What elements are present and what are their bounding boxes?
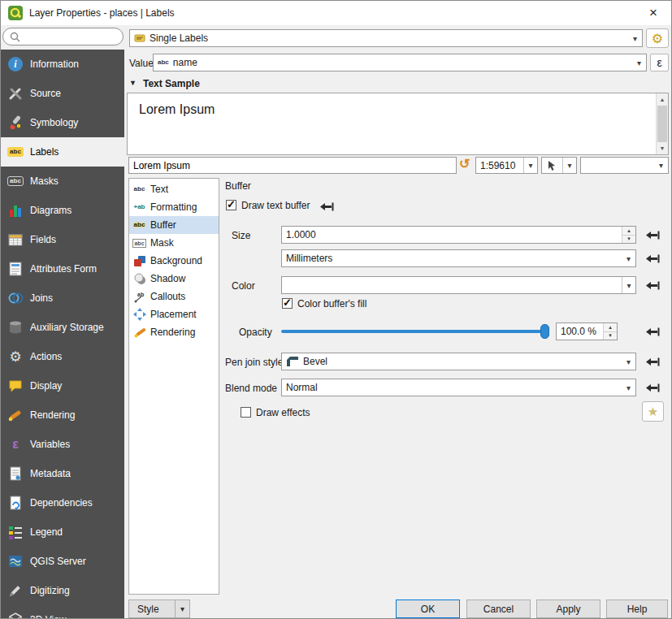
style-button[interactable]: Style ▾: [128, 600, 190, 618]
labeling-engine-settings-button[interactable]: ⚙: [646, 28, 669, 48]
sidebar-item-attributes-form[interactable]: Attributes Form: [1, 254, 124, 284]
preview-background-combo[interactable]: ▾: [580, 157, 669, 174]
draw-effects-checkbox[interactable]: [241, 407, 251, 418]
tab-callouts[interactable]: ab Callouts: [129, 288, 219, 305]
buffer-size-spinbox[interactable]: 1.0000 ▴▾: [281, 226, 636, 244]
chevron-down-icon: ▾: [622, 379, 635, 396]
spin-up-icon[interactable]: ▴: [604, 323, 617, 331]
effects-options-button[interactable]: ★: [642, 401, 664, 422]
tab-mask[interactable]: abc Mask: [129, 234, 219, 252]
data-defined-override-pen-join-button[interactable]: [642, 353, 661, 370]
close-button[interactable]: ×: [635, 1, 671, 25]
tab-background[interactable]: Background: [129, 252, 219, 270]
scroll-down-icon[interactable]: ▼: [657, 142, 668, 154]
chevron-down-icon: ▾: [654, 158, 668, 173]
data-defined-override-draw-buffer-button[interactable]: [316, 198, 336, 214]
size-units-combo[interactable]: Millimeters ▾: [281, 249, 636, 267]
sidebar-item-metadata[interactable]: Metadata: [1, 459, 124, 488]
masks-icon: abc: [7, 172, 24, 190]
scroll-up-icon[interactable]: ▲: [657, 93, 668, 106]
sample-scrollbar[interactable]: ▲ ▼: [656, 93, 668, 154]
search-input[interactable]: [24, 31, 116, 42]
sample-text-input[interactable]: [133, 160, 452, 171]
tab-text[interactable]: abc Text: [129, 180, 219, 198]
sidebar-item-labels[interactable]: abc Labels: [1, 137, 124, 167]
sidebar-item-dependencies[interactable]: Dependencies: [1, 488, 124, 517]
opacity-slider[interactable]: [281, 323, 549, 340]
sidebar-item-display[interactable]: Display: [1, 371, 124, 400]
tab-label: Rendering: [150, 327, 195, 338]
spin-down-icon[interactable]: ▾: [622, 235, 635, 244]
chevron-down-icon: ▾: [622, 250, 635, 266]
tab-placement[interactable]: Placement: [129, 305, 219, 323]
collapse-triangle-icon[interactable]: ▼: [129, 79, 137, 87]
canvas-scale-button[interactable]: ▾: [541, 157, 577, 174]
tab-label: Formatting: [150, 201, 197, 213]
sidebar-item-fields[interactable]: Fields: [1, 225, 124, 254]
tab-shadow[interactable]: Shadow: [129, 270, 219, 288]
sidebar-item-masks[interactable]: abc Masks: [1, 167, 124, 196]
ok-button[interactable]: OK: [396, 600, 460, 618]
data-defined-override-blend-button[interactable]: [642, 379, 661, 396]
sidebar-item-actions[interactable]: ⚙ Actions: [1, 342, 124, 371]
style-button-label: Style: [137, 604, 159, 615]
sidebar-item-source[interactable]: Source: [1, 79, 124, 108]
value-field-combo[interactable]: abc name ▾: [153, 54, 647, 71]
apply-button[interactable]: Apply: [536, 600, 600, 618]
search-box[interactable]: [2, 28, 124, 45]
chevron-down-icon: ▾: [523, 158, 537, 173]
star-icon: ★: [648, 405, 658, 419]
help-button[interactable]: Help: [606, 600, 668, 618]
blend-mode-combo[interactable]: Normal ▾: [281, 379, 636, 396]
chevron-down-icon: ▾: [622, 353, 635, 370]
sidebar-item-information[interactable]: i Information: [1, 50, 124, 79]
digitizing-icon: [7, 582, 24, 600]
text-sample-preview: Lorem Ipsum ▲ ▼: [127, 93, 669, 155]
sidebar-item-symbology[interactable]: Symbology: [1, 108, 124, 137]
sidebar-item-variables[interactable]: ε Variables: [1, 430, 124, 459]
pen-join-style-combo[interactable]: Bevel ▾: [281, 353, 636, 370]
tab-buffer[interactable]: abc Buffer: [129, 216, 219, 234]
sidebar-item-qgis-server[interactable]: QGIS Server: [1, 547, 124, 576]
color-buffers-fill-checkbox[interactable]: ✓: [282, 298, 293, 309]
abc-field-icon: abc: [158, 59, 169, 66]
labeling-mode-combo[interactable]: Single Labels ▾: [129, 29, 643, 47]
buffer-size-value: 1.0000: [286, 229, 316, 240]
cancel-button[interactable]: Cancel: [466, 600, 531, 618]
data-defined-override-units-button[interactable]: [642, 250, 661, 266]
sidebar-item-rendering[interactable]: Rendering: [1, 400, 124, 430]
spin-buttons[interactable]: ▴▾: [622, 227, 635, 243]
tab-label: Background: [150, 255, 202, 266]
spin-buttons[interactable]: ▴▾: [603, 323, 617, 340]
slider-handle[interactable]: [540, 324, 549, 339]
tab-label: Callouts: [150, 291, 185, 302]
buffer-color-combo[interactable]: ▾: [281, 276, 636, 294]
spin-up-icon[interactable]: ▴: [622, 227, 635, 235]
preview-scale-combo[interactable]: 1:59610 ▾: [475, 157, 538, 174]
help-button-label: Help: [627, 604, 648, 615]
sidebar-item-joins[interactable]: Joins: [1, 284, 124, 313]
reset-sample-icon[interactable]: ↺: [459, 156, 470, 171]
attributes-form-icon: [7, 260, 24, 278]
scrollbar-thumb[interactable]: [657, 106, 667, 142]
sidebar-item-digitizing[interactable]: Digitizing: [1, 576, 124, 605]
spin-down-icon[interactable]: ▾: [604, 331, 617, 340]
tab-formatting[interactable]: +ab Formatting: [129, 198, 219, 216]
sidebar-item-diagrams[interactable]: Diagrams: [1, 196, 124, 225]
draw-text-buffer-checkbox[interactable]: ✓: [226, 200, 236, 210]
source-icon: [7, 84, 24, 102]
opacity-spinbox[interactable]: 100.0 % ▴▾: [556, 322, 618, 340]
slider-track[interactable]: [281, 330, 549, 333]
sidebar-item-auxiliary-storage[interactable]: Auxiliary Storage: [1, 313, 124, 342]
data-defined-override-opacity-button[interactable]: [642, 323, 661, 340]
formatting-tab-icon: +ab: [132, 201, 146, 214]
sidebar-item-3d-view[interactable]: 3D View: [1, 605, 124, 619]
sidebar-item-legend[interactable]: Legend: [1, 517, 124, 547]
data-defined-override-color-button[interactable]: [642, 277, 661, 293]
shadow-tab-icon: [132, 272, 146, 285]
tab-rendering[interactable]: Rendering: [129, 323, 219, 341]
tab-label: Text: [150, 184, 168, 195]
expression-builder-button[interactable]: ε: [650, 54, 669, 71]
data-defined-override-size-button[interactable]: [642, 227, 661, 243]
pen-join-style-value: Bevel: [303, 356, 327, 367]
